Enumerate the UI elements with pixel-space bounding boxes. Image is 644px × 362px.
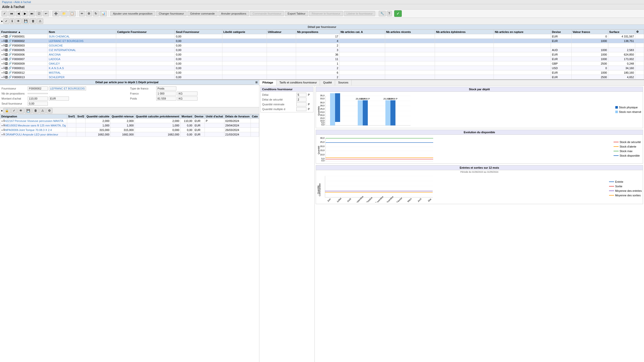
row-info[interactable]: ℹ: [4, 62, 5, 65]
detail-table-wrap[interactable]: Désignation Sref1 Sref2 Quantité calculé…: [0, 114, 259, 362]
supplier-row[interactable]: ● ℹ 🖼 🔗 F0000007 LADOGA 0,00 11 EUR 1000…: [0, 57, 644, 61]
toolbar-folder[interactable]: 📁: [60, 11, 68, 16]
art-info[interactable]: ℹ: [4, 133, 5, 136]
row-info[interactable]: ℹ: [4, 57, 5, 61]
supplier-row[interactable]: ● ℹ 🖼 🔗 F0000001 SUN CHEMICAL 0,00 17 EU…: [0, 34, 644, 39]
row-link[interactable]: 🔗: [8, 57, 12, 61]
toolbar-help[interactable]: ?: [387, 11, 392, 16]
supplier-row[interactable]: ● ℹ 🖼 🔗 F0000005 CIZ INTERNATIONAL 0,00 …: [0, 48, 644, 52]
toolbar-copy[interactable]: 📋: [68, 11, 76, 16]
detail-warning[interactable]: ⚠: [39, 108, 46, 113]
supplier-row[interactable]: ● ℹ 🖼 🔗 F0000006 ANCONA 0,00 36 EUR 1000…: [0, 52, 644, 57]
supplier-row[interactable]: ● ℹ 🖼 🔗 F0000012 MISTRAL 0,00 6 EUR 1000…: [0, 70, 644, 75]
upper-eye[interactable]: 👁: [15, 18, 22, 24]
toolbar-check[interactable]: ✓: [2, 11, 8, 16]
row-link[interactable]: 🔗: [8, 75, 12, 79]
upper-delete[interactable]: 🗑: [30, 18, 36, 24]
row-img[interactable]: 🖼: [5, 67, 8, 70]
row-info[interactable]: ℹ: [4, 48, 5, 52]
supplier-row[interactable]: ● ℹ 🖼 🔗 F0000003 GOUACHE 0,00 2: [0, 43, 644, 48]
securite-input[interactable]: [296, 98, 306, 102]
row-img[interactable]: 🖼: [5, 35, 8, 38]
row-link[interactable]: 🔗: [8, 71, 12, 74]
upper-table-scroll[interactable]: Fournisseur ▲ Nom Catégorie Fournisseur …: [0, 29, 644, 79]
toolbar-chart[interactable]: 📊: [100, 11, 107, 16]
row-link[interactable]: 🔗: [8, 39, 12, 42]
toolbar-edit[interactable]: ✏: [79, 11, 85, 16]
row-info[interactable]: ℹ: [4, 75, 5, 79]
entries-legend: Entrée Sortie Moyenne des entrées: [609, 175, 642, 203]
article-row[interactable]: ● ℹ DRAMPOULI Ampoule LED pour détecteur…: [0, 132, 259, 137]
article-row[interactable]: ● ℹ MPA00006 Joint Torique 70.08.3 X 2.4…: [0, 128, 259, 132]
evolution-legend: Stock de sécurité Stock d'alerte Stock m…: [614, 136, 641, 162]
breadcrumb-parent[interactable]: Papyrus: [2, 1, 12, 4]
toolbar-nav-next[interactable]: ▶: [22, 11, 28, 16]
row-link[interactable]: 🔗: [8, 66, 12, 70]
art-info[interactable]: ℹ: [4, 128, 5, 131]
detail-expand[interactable]: ⊞: [254, 80, 259, 84]
upper-save[interactable]: 💾: [22, 18, 29, 24]
detail-check[interactable]: ✓: [11, 108, 17, 113]
supplier-row[interactable]: ● ℹ 🖼 🔗 F0000011 K.A.N.S.A.S 0,00 2 USD …: [0, 66, 644, 70]
upper-warning[interactable]: ⚠: [37, 18, 43, 24]
toolbar-settings2[interactable]: 🔧: [379, 11, 386, 16]
generate-order-btn[interactable]: Générer commande: [187, 11, 218, 16]
row-info[interactable]: ℹ: [4, 71, 5, 74]
supplier-row[interactable]: ● ℹ 🖼 🔗 F0000013 SCHLEIPER 0,00 2 EUR 25…: [0, 75, 644, 79]
row-img[interactable]: 🖼: [5, 58, 8, 61]
detail-filter[interactable]: ⚙: [46, 108, 53, 113]
qte-min-input[interactable]: [296, 102, 306, 106]
row-link[interactable]: 🔗: [8, 35, 12, 38]
row-link[interactable]: 🔗: [8, 48, 12, 52]
row-info[interactable]: ℹ: [4, 39, 5, 42]
row-info[interactable]: ℹ: [4, 35, 5, 38]
row-img[interactable]: 🖼: [5, 71, 8, 74]
detail-save[interactable]: 💾: [25, 108, 32, 113]
detail-lock[interactable]: 🔒: [3, 108, 11, 113]
article-row[interactable]: ● ℹ MEU0002 Meuleuse sans fil 125 mm MAK…: [0, 123, 259, 128]
upper-check[interactable]: ✓: [3, 18, 9, 24]
row-img[interactable]: 🖼: [5, 62, 8, 65]
row-img[interactable]: 🖼: [5, 49, 8, 52]
article-row[interactable]: ● ℹ 422167 Perceuse Visseuse percussion …: [0, 119, 259, 123]
tab-tarifs[interactable]: Tarifs et conditions fournisseur: [276, 80, 320, 85]
toolbar-action1[interactable]: ↩: [43, 11, 49, 16]
tab-pilotage[interactable]: Pilotage: [259, 80, 276, 85]
change-supplier-btn[interactable]: Changer fournisseur: [156, 11, 187, 16]
toolbar-nav-prev[interactable]: ◀: [16, 11, 21, 16]
row-img[interactable]: 🖼: [5, 53, 8, 56]
detail-eye[interactable]: 👁: [18, 108, 24, 113]
delai-input[interactable]: [296, 93, 306, 97]
supplier-row[interactable]: ● ℹ 🖼 🔗 F0000002 LEFRANC ET BOURGEOIS 0,…: [0, 39, 644, 43]
reserve-supplier-btn[interactable]: Réserver le fournisseur: [309, 11, 343, 16]
toolbar-check2[interactable]: ☑: [36, 11, 42, 16]
row-link[interactable]: 🔗: [8, 44, 12, 47]
row-info[interactable]: ℹ: [4, 66, 5, 70]
detail-delete[interactable]: 🗑: [32, 108, 39, 113]
release-supplier-btn[interactable]: Libérer le fournisseur: [344, 11, 375, 16]
confirm-button[interactable]: ✓: [394, 10, 402, 17]
toolbar-nav-last[interactable]: ⏭: [29, 11, 35, 16]
upper-info[interactable]: ℹ: [10, 18, 15, 24]
row-img[interactable]: 🖼: [5, 76, 8, 79]
qte-mult-input[interactable]: [296, 107, 306, 111]
row-link[interactable]: 🔗: [8, 62, 12, 65]
row-img[interactable]: 🖼: [5, 44, 8, 47]
tab-qualite[interactable]: Qualité: [320, 80, 335, 85]
cancel-proposals-btn[interactable]: Annuler propositions: [218, 11, 249, 16]
row-info[interactable]: ℹ: [4, 44, 5, 47]
row-info[interactable]: ℹ: [4, 53, 5, 56]
art-info[interactable]: ℹ: [4, 124, 5, 127]
supplier-row[interactable]: ● ℹ 🖼 🔗 F0000009 OAKLEY 0,00 1 GBP 2500 …: [0, 61, 644, 66]
toolbar-add[interactable]: ➕: [52, 11, 60, 16]
art-info[interactable]: ℹ: [4, 119, 5, 122]
add-proposal-btn[interactable]: Ajouter une nouvelle proposition: [110, 11, 155, 16]
tab-sources[interactable]: Sources: [335, 80, 351, 85]
row-link[interactable]: 🔗: [8, 53, 12, 56]
row-img[interactable]: 🖼: [5, 39, 8, 42]
toolbar-refresh[interactable]: ↻: [93, 11, 99, 16]
toolbar-settings[interactable]: ⚙: [86, 11, 92, 16]
supplier-order-btn[interactable]: Commande fournisseur: [250, 11, 284, 16]
export-table-btn[interactable]: Export Tableur: [285, 11, 308, 16]
toolbar-nav-first[interactable]: ⏮: [8, 11, 15, 16]
